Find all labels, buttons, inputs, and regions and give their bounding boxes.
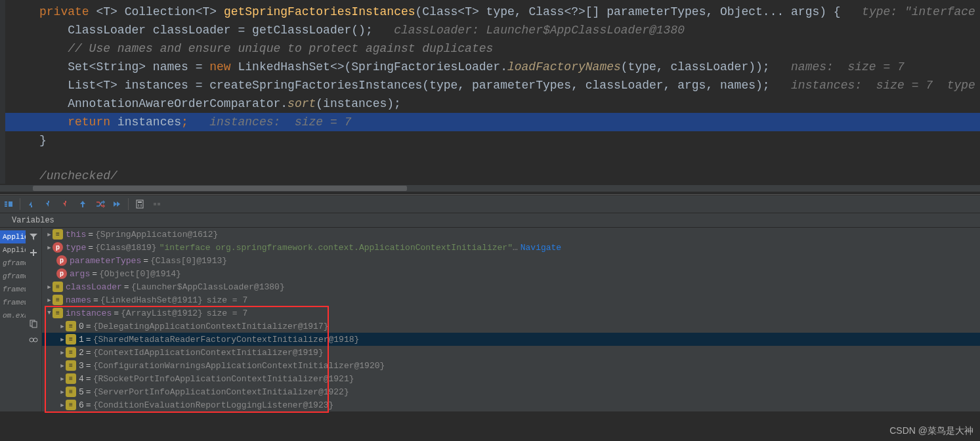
svg-rect-19 <box>32 322 37 327</box>
debug-panel: Applic Applic gframe gframe framew frame… <box>0 228 980 411</box>
svg-rect-8 <box>137 200 143 208</box>
frame-item[interactable]: gframe <box>0 270 26 283</box>
expand-icon[interactable]: ▶ <box>59 323 66 330</box>
expand-icon[interactable]: ▶ <box>46 244 53 251</box>
watermark: CSDN @菜鸟是大神 <box>889 425 973 437</box>
frame-item[interactable]: om.exa <box>0 309 26 322</box>
svg-rect-4 <box>31 205 32 207</box>
object-icon: ≡ <box>53 295 63 305</box>
svg-rect-6 <box>65 201 66 203</box>
skip-icon[interactable] <box>108 196 125 213</box>
expand-icon[interactable]: ▶ <box>46 231 53 238</box>
svg-rect-0 <box>5 201 7 203</box>
code-line: List<T> instances = createSpringFactorie… <box>0 76 980 94</box>
object-icon: ≡ <box>53 308 63 318</box>
disabled-icon <box>148 196 165 213</box>
frames-pane: Applic Applic gframe gframe framew frame… <box>0 228 42 411</box>
step-down-red-icon[interactable] <box>57 196 74 213</box>
add-icon[interactable] <box>27 246 40 259</box>
svg-rect-15 <box>158 203 160 205</box>
svg-rect-3 <box>9 201 12 207</box>
code-line: Set<String> names = new LinkedHashSet<>(… <box>0 58 980 76</box>
step-up2-icon[interactable] <box>74 196 91 213</box>
scrollbar-thumb[interactable] <box>33 186 407 191</box>
var-item[interactable]: ▶ ≡ 6={ConditionEvaluationReportLoggingL… <box>42 398 980 411</box>
code-line-current: return instances; instances: size = 7 <box>0 113 980 131</box>
var-instances[interactable]: ▼ ≡ instances={ArrayList@1912}size = 7 <box>42 306 980 320</box>
var-classLoader[interactable]: ▶ ≡ classLoader={Launcher$AppClassLoader… <box>42 280 980 293</box>
editor-scrollbar[interactable] <box>0 185 980 192</box>
svg-point-12 <box>138 205 139 207</box>
code-line: AnnotationAwareOrderComparator.sort(inst… <box>0 94 980 113</box>
shuffle-icon[interactable] <box>91 196 108 213</box>
expand-icon[interactable]: ▶ <box>59 362 66 369</box>
svg-rect-17 <box>30 252 37 253</box>
expand-icon[interactable]: ▶ <box>59 349 66 356</box>
expand-icon[interactable]: ▶ <box>59 375 66 383</box>
restart-layout-icon[interactable] <box>0 196 17 213</box>
var-type[interactable]: ▶ p type={Class@1819} "interface org.spr… <box>42 241 980 254</box>
step-down-blue-icon[interactable] <box>40 196 57 213</box>
svg-rect-14 <box>154 203 156 205</box>
var-args[interactable]: p args={Object[0]@1914} <box>42 267 980 280</box>
param-icon: p <box>56 255 67 266</box>
param-icon: p <box>53 242 63 253</box>
code-line: // Use names and ensure unique to protec… <box>0 39 980 58</box>
glasses-icon[interactable] <box>27 333 40 346</box>
object-icon: ≡ <box>66 347 76 358</box>
svg-point-21 <box>33 338 37 342</box>
expand-icon[interactable]: ▶ <box>59 402 66 409</box>
svg-rect-7 <box>82 204 83 207</box>
variables-tab[interactable]: Variables <box>0 213 980 228</box>
code-line: /unchecked/ <box>0 167 980 185</box>
code-line <box>0 150 980 167</box>
expand-icon[interactable]: ▶ <box>46 284 53 291</box>
var-this[interactable]: ▶ ≡ this={SpringApplication@1612} <box>42 228 980 241</box>
var-item[interactable]: ▶ ≡ 0={DelegatingApplicationContextIniti… <box>42 320 980 333</box>
svg-rect-5 <box>48 201 49 203</box>
var-names[interactable]: ▶ ≡ names={LinkedHashSet@1911}size = 7 <box>42 293 980 306</box>
svg-point-13 <box>140 205 142 207</box>
svg-point-10 <box>138 204 139 205</box>
copy-icon[interactable] <box>27 317 40 330</box>
expand-icon[interactable]: ▶ <box>59 388 66 396</box>
debug-toolbar <box>0 195 980 213</box>
frame-item[interactable]: Applic <box>0 230 26 243</box>
code-line: private <T> Collection<T> getSpringFacto… <box>0 3 980 21</box>
var-item[interactable]: ▶ ≡ 3={ConfigurationWarningsApplicationC… <box>42 359 980 372</box>
svg-rect-1 <box>5 203 7 205</box>
object-icon: ≡ <box>66 373 76 384</box>
svg-point-20 <box>30 338 33 342</box>
object-icon: ≡ <box>53 229 63 240</box>
frame-item[interactable]: framew <box>0 296 26 309</box>
var-item[interactable]: ▶ ≡ 4={RSocketPortInfoApplicationContext… <box>42 372 980 385</box>
collapse-icon[interactable]: ▼ <box>46 310 53 316</box>
code-editor[interactable]: private <T> Collection<T> getSpringFacto… <box>0 0 980 192</box>
frames-list[interactable]: Applic Applic gframe gframe framew frame… <box>0 228 26 346</box>
step-up-icon[interactable] <box>23 196 40 213</box>
object-icon: ≡ <box>66 334 76 345</box>
var-parameterTypes[interactable]: p parameterTypes={Class[0]@1913} <box>42 254 980 267</box>
variables-tree[interactable]: ▶ ≡ this={SpringApplication@1612} ▶ p ty… <box>42 228 980 411</box>
object-icon: ≡ <box>66 400 76 410</box>
expand-icon[interactable]: ▶ <box>46 297 53 304</box>
object-icon: ≡ <box>66 321 76 331</box>
object-icon: ≡ <box>66 387 76 397</box>
filter-icon[interactable] <box>27 230 40 243</box>
svg-rect-2 <box>5 205 7 207</box>
frame-item[interactable]: gframe <box>0 257 26 270</box>
gutter <box>0 0 5 184</box>
svg-point-11 <box>140 204 142 205</box>
var-item[interactable]: ▶ ≡ 5={ServerPortInfoApplicationContextI… <box>42 385 980 398</box>
object-icon: ≡ <box>66 360 76 371</box>
param-icon: p <box>56 268 67 279</box>
calculator-icon[interactable] <box>131 196 148 213</box>
frame-item[interactable]: Applic <box>0 243 26 257</box>
navigate-link[interactable]: Navigate <box>521 243 561 253</box>
code-line: ClassLoader classLoader = getClassLoader… <box>0 21 980 39</box>
var-item[interactable]: ▶ ≡ 2={ContextIdApplicationContextInitia… <box>42 346 980 359</box>
svg-rect-9 <box>138 201 142 203</box>
expand-icon[interactable]: ▶ <box>59 336 66 343</box>
var-item-selected[interactable]: ▶ ≡ 1={SharedMetadataReaderFactoryContex… <box>42 333 980 346</box>
frame-item[interactable]: framew <box>0 283 26 296</box>
